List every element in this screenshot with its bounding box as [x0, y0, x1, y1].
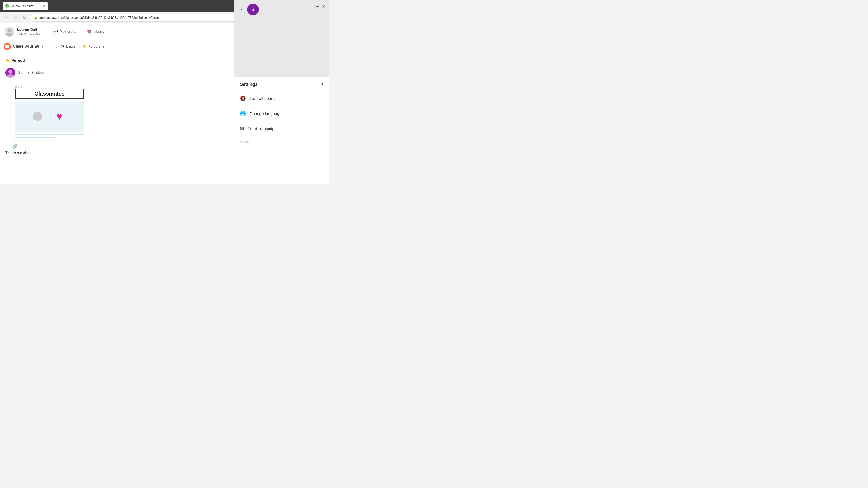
dot3 — [21, 86, 22, 88]
dot1 — [15, 86, 17, 88]
tab-title: Journal - Seesaw — [11, 4, 41, 8]
reload-button[interactable]: ↻ — [21, 14, 28, 21]
footer-divider: · — [254, 140, 255, 144]
journal-icon — [4, 43, 11, 50]
sound-icon: 🔇 — [240, 96, 246, 101]
back-button[interactable]: ← — [3, 14, 10, 21]
post-lines — [15, 134, 84, 138]
settings-item-language[interactable]: 🌐 Change language — [235, 106, 329, 121]
dot2 — [18, 86, 20, 88]
email-icon: ✉ — [240, 126, 244, 132]
lock-icon: 🔒 — [34, 16, 37, 20]
folder-icon: 📁 — [83, 44, 87, 48]
dates-label: Dates — [66, 44, 76, 48]
post-card-inner: Classmates → ♥ — [12, 84, 87, 141]
privacy-link[interactable]: Privacy — [240, 140, 250, 144]
folders-dropdown-arrow: ▼ — [102, 45, 105, 48]
post-line2 — [15, 137, 56, 138]
library-icon: 📚 — [87, 29, 92, 34]
language-icon: 🌐 — [240, 111, 246, 117]
pinned-text: Pinned — [11, 58, 25, 63]
user-role: Teacher · 1 Class — [17, 32, 40, 35]
panel-close-button[interactable]: ✕ — [322, 4, 326, 9]
settings-panel-icons: ⋮ S — [238, 4, 259, 15]
seesaw-s-button[interactable]: S — [247, 4, 259, 15]
svg-rect-6 — [6, 46, 8, 47]
email-label: Email transcript — [248, 127, 276, 131]
library-nav-item[interactable]: 📚 Library — [84, 28, 107, 35]
post-illustration: → ♥ — [29, 111, 70, 122]
avatar — [4, 27, 14, 37]
star-icon: ★ — [5, 58, 9, 63]
panel-window-controls: ─ ✕ — [316, 4, 326, 9]
user-name: Lauren Deli — [17, 28, 40, 32]
student-avatar — [5, 68, 16, 78]
dots-row — [15, 86, 84, 88]
folders-label: Folders — [88, 44, 100, 48]
settings-item-email[interactable]: ✉ Email transcript — [235, 121, 329, 136]
post-card[interactable]: Classmates → ♥ — [12, 83, 87, 141]
settings-title: Settings — [240, 82, 258, 87]
forward-button[interactable]: → — [12, 14, 19, 21]
language-label: Change language — [250, 111, 282, 116]
new-tab-button[interactable]: + — [50, 3, 53, 8]
calendar-icon: 📅 — [60, 44, 65, 48]
arrow-right-icon: → — [46, 112, 53, 121]
settings-item-sound[interactable]: 🔇 Turn off sound — [235, 91, 329, 106]
toolbar-divider2: › — [78, 44, 80, 49]
student-name: Sample Student — [18, 71, 44, 75]
svg-point-8 — [8, 70, 12, 74]
panel-minimize-button[interactable]: ─ — [316, 4, 319, 9]
heart-icon: ♥ — [57, 111, 62, 122]
folders-button[interactable]: 📁 Folders ▼ — [83, 44, 105, 48]
svg-rect-5 — [6, 46, 8, 46]
dates-button[interactable]: 📅 Dates — [60, 44, 76, 48]
messages-label: Messages — [60, 30, 76, 34]
messages-icon: 💬 — [53, 29, 58, 34]
svg-point-1 — [7, 29, 11, 33]
panel-more-button[interactable]: ⋮ — [238, 6, 245, 13]
user-text: Lauren Deli Teacher · 1 Class — [17, 28, 40, 35]
person-circle — [33, 112, 42, 121]
user-info: Lauren Deli Teacher · 1 Class — [4, 27, 45, 37]
post-line1 — [15, 134, 84, 135]
active-tab[interactable]: S Journal - Seesaw × — [3, 2, 48, 10]
settings-panel: ⋮ S ─ ✕ Settings ✕ 🔇 Turn off sound 🌐 Ch… — [234, 0, 329, 184]
library-label: Library — [93, 30, 104, 34]
prev-arrow[interactable]: ‹ — [47, 43, 53, 50]
messages-nav-item[interactable]: 💬 Messages — [51, 28, 79, 35]
toolbar-divider: › — [56, 44, 58, 49]
sound-label: Turn off sound — [250, 96, 276, 101]
settings-dropdown: Settings ✕ 🔇 Turn off sound 🌐 Change lan… — [235, 77, 329, 184]
settings-panel-top: ⋮ S ─ ✕ — [235, 0, 329, 77]
journal-label: Class Journal — [13, 44, 39, 49]
settings-dropdown-header: Settings ✕ — [235, 77, 329, 91]
post-title: Classmates — [15, 89, 84, 99]
tab-close-button[interactable]: × — [43, 4, 45, 8]
settings-footer: Privacy · Terms — [235, 136, 329, 147]
terms-link[interactable]: Terms — [258, 140, 267, 144]
settings-close-button[interactable]: ✕ — [320, 81, 324, 87]
journal-selector[interactable]: Class Journal ▼ — [4, 43, 44, 50]
tab-favicon: S — [5, 4, 9, 8]
post-image: → ♥ — [15, 101, 84, 132]
journal-dropdown-arrow: ▼ — [41, 45, 44, 48]
